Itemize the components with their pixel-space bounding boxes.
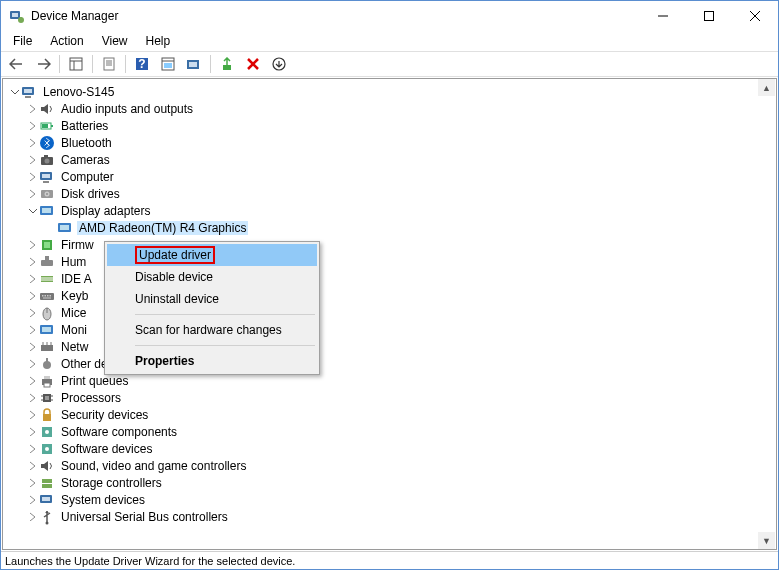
menu-separator: [135, 345, 315, 346]
expand-icon[interactable]: [25, 323, 39, 337]
category-node[interactable]: Storage controllers: [5, 474, 776, 491]
category-label[interactable]: Software components: [59, 425, 179, 439]
category-label[interactable]: Moni: [59, 323, 89, 337]
expand-icon[interactable]: [25, 187, 39, 201]
category-label[interactable]: Security devices: [59, 408, 150, 422]
expand-icon[interactable]: [25, 289, 39, 303]
uninstall-button[interactable]: [241, 53, 265, 75]
category-label[interactable]: Disk drives: [59, 187, 122, 201]
expand-icon[interactable]: [25, 357, 39, 371]
category-label[interactable]: Software devices: [59, 442, 154, 456]
category-node[interactable]: System devices: [5, 491, 776, 508]
category-label[interactable]: System devices: [59, 493, 147, 507]
expand-icon[interactable]: [25, 442, 39, 456]
category-node[interactable]: Sound, video and game controllers: [5, 457, 776, 474]
expand-icon[interactable]: [25, 459, 39, 473]
collapse-icon[interactable]: [25, 204, 39, 218]
category-label[interactable]: Print queues: [59, 374, 130, 388]
root-label[interactable]: Lenovo-S145: [41, 85, 116, 99]
category-label[interactable]: Netw: [59, 340, 90, 354]
close-button[interactable]: [732, 1, 778, 31]
update-driver-button[interactable]: [182, 53, 206, 75]
category-node[interactable]: Security devices: [5, 406, 776, 423]
help-button[interactable]: ?: [130, 53, 154, 75]
category-label[interactable]: Cameras: [59, 153, 112, 167]
enable-button[interactable]: [215, 53, 239, 75]
context-menu-item[interactable]: Update driver: [107, 244, 317, 266]
context-menu-item[interactable]: Uninstall device: [107, 288, 317, 310]
expand-icon[interactable]: [25, 493, 39, 507]
menu-action[interactable]: Action: [42, 32, 91, 50]
forward-button[interactable]: [31, 53, 55, 75]
category-label[interactable]: Universal Serial Bus controllers: [59, 510, 230, 524]
category-label[interactable]: IDE A: [59, 272, 94, 286]
disable-button[interactable]: [267, 53, 291, 75]
expand-icon[interactable]: [25, 391, 39, 405]
expand-icon[interactable]: [25, 136, 39, 150]
scan-button[interactable]: [156, 53, 180, 75]
expand-icon[interactable]: [25, 153, 39, 167]
category-label[interactable]: Storage controllers: [59, 476, 164, 490]
maximize-button[interactable]: [686, 1, 732, 31]
usb-icon: [39, 509, 55, 525]
category-node[interactable]: Universal Serial Bus controllers: [5, 508, 776, 525]
expand-icon[interactable]: [25, 119, 39, 133]
svg-rect-21: [189, 62, 197, 67]
device-amd-radeon[interactable]: AMD Radeon(TM) R4 Graphics: [5, 219, 776, 236]
collapse-icon[interactable]: [7, 85, 21, 99]
category-node[interactable]: Audio inputs and outputs: [5, 100, 776, 117]
category-display-adapters[interactable]: Display adapters: [5, 202, 776, 219]
category-node[interactable]: Bluetooth: [5, 134, 776, 151]
expand-icon[interactable]: [25, 255, 39, 269]
category-label[interactable]: Processors: [59, 391, 123, 405]
category-label[interactable]: Batteries: [59, 119, 110, 133]
expand-icon[interactable]: [25, 238, 39, 252]
category-label[interactable]: Firmw: [59, 238, 96, 252]
expand-icon[interactable]: [25, 425, 39, 439]
svg-rect-56: [47, 295, 49, 297]
svg-rect-37: [42, 174, 50, 178]
back-button[interactable]: [5, 53, 29, 75]
context-menu-item[interactable]: Scan for hardware changes: [107, 319, 317, 341]
category-label[interactable]: Display adapters: [59, 204, 152, 218]
expand-icon[interactable]: [25, 272, 39, 286]
category-label[interactable]: Bluetooth: [59, 136, 114, 150]
context-menu-item[interactable]: Properties: [107, 350, 317, 372]
expand-icon[interactable]: [25, 340, 39, 354]
toolbar-separator: [210, 55, 211, 73]
expand-icon[interactable]: [25, 374, 39, 388]
minimize-button[interactable]: [640, 1, 686, 31]
menu-file[interactable]: File: [5, 32, 40, 50]
root-node[interactable]: Lenovo-S145: [5, 83, 776, 100]
category-label[interactable]: Sound, video and game controllers: [59, 459, 248, 473]
expand-icon[interactable]: [25, 408, 39, 422]
category-node[interactable]: Batteries: [5, 117, 776, 134]
show-hide-tree-button[interactable]: [64, 53, 88, 75]
scroll-up-button[interactable]: ▲: [758, 79, 775, 96]
category-label[interactable]: Keyb: [59, 289, 90, 303]
scroll-down-button[interactable]: ▼: [758, 532, 775, 549]
expand-icon[interactable]: [25, 476, 39, 490]
category-node[interactable]: Computer: [5, 168, 776, 185]
category-label[interactable]: Hum: [59, 255, 88, 269]
svg-rect-68: [46, 358, 48, 362]
menu-view[interactable]: View: [94, 32, 136, 50]
category-node[interactable]: Disk drives: [5, 185, 776, 202]
category-label[interactable]: Mice: [59, 306, 88, 320]
expand-icon[interactable]: [25, 170, 39, 184]
category-node[interactable]: Cameras: [5, 151, 776, 168]
expand-icon[interactable]: [25, 102, 39, 116]
svg-rect-30: [51, 125, 53, 127]
category-node[interactable]: Software components: [5, 423, 776, 440]
menu-help[interactable]: Help: [138, 32, 179, 50]
expand-icon[interactable]: [25, 306, 39, 320]
properties-button[interactable]: [97, 53, 121, 75]
category-node[interactable]: Software devices: [5, 440, 776, 457]
category-label[interactable]: Computer: [59, 170, 116, 184]
svg-rect-54: [42, 295, 44, 297]
category-label[interactable]: Audio inputs and outputs: [59, 102, 195, 116]
category-node[interactable]: Processors: [5, 389, 776, 406]
device-label[interactable]: AMD Radeon(TM) R4 Graphics: [77, 221, 248, 235]
context-menu-item[interactable]: Disable device: [107, 266, 317, 288]
expand-icon[interactable]: [25, 510, 39, 524]
